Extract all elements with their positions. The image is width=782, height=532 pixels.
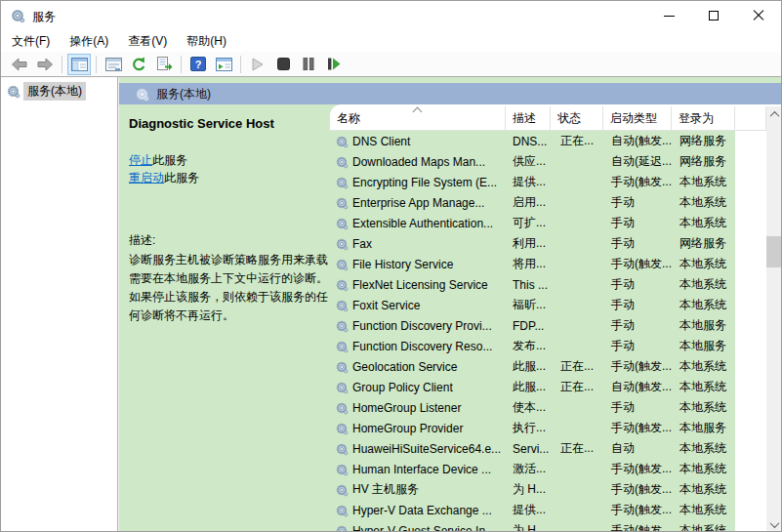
service-row[interactable]: Geolocation Service此服...正在...手动(触发...本地系… — [330, 356, 735, 377]
properties-button[interactable] — [102, 54, 125, 75]
service-name: FlexNet Licensing Service — [352, 278, 488, 292]
properties-icon — [105, 58, 122, 71]
column-header-label: 描述 — [513, 110, 536, 127]
main-pane: 服务(本地) Diagnostic Service Host 停止此服务 重启动… — [119, 77, 782, 532]
service-startup-type: 手动(触发... — [603, 459, 672, 479]
service-row[interactable]: HuaweiHiSuiteService64.e...Servi...正在...… — [330, 438, 735, 459]
service-gear-icon — [335, 319, 349, 333]
service-startup-type: 手动 — [603, 233, 672, 254]
service-logon-as: 本地系统 — [672, 500, 735, 520]
service-startup-type: 手动 — [603, 274, 672, 295]
service-row[interactable]: HomeGroup Listener使本...手动本地系统 — [330, 397, 735, 418]
service-description: 为 H... — [506, 520, 551, 532]
pause-service-button[interactable] — [297, 54, 320, 75]
service-status — [551, 479, 603, 500]
service-description: 启用... — [506, 192, 551, 213]
toolbar-separator — [240, 56, 241, 73]
service-row[interactable]: Hyper-V Guest Service In...为 H...手动(触发..… — [330, 520, 735, 532]
service-status — [551, 295, 603, 315]
chevron-down-icon — [770, 518, 780, 528]
restart-service-button[interactable] — [322, 54, 346, 75]
scrollbar-thumb[interactable] — [766, 236, 782, 267]
services-gear-icon — [6, 84, 21, 99]
service-gear-icon — [335, 463, 349, 476]
service-gear-icon — [335, 217, 349, 230]
service-status — [551, 172, 603, 192]
service-startup-type: 手动 — [603, 336, 672, 356]
scroll-up-button[interactable] — [766, 106, 782, 123]
extended-view: Diagnostic Service Host 停止此服务 重启动此服务 描述:… — [119, 104, 782, 532]
service-row[interactable]: Function Discovery Provi...FDP...手动本地服务 — [330, 315, 735, 336]
column-header-4[interactable]: 登录为 — [672, 106, 735, 130]
service-row[interactable]: FlexNet Licensing ServiceThis ...手动本地系统 — [330, 274, 735, 295]
services-gear-icon — [135, 87, 149, 102]
maximize-button[interactable] — [691, 1, 736, 30]
service-row[interactable]: HomeGroup Provider执行...手动(触发...本地服务 — [330, 418, 735, 438]
service-logon-as: 本地服务 — [672, 315, 735, 336]
service-row[interactable]: Group Policy Client此服...正在...自动(触发...本地系… — [330, 377, 735, 397]
service-status — [551, 274, 603, 295]
service-row[interactable]: Enterprise App Manage...启用...手动本地系统 — [330, 192, 735, 213]
service-description: This ... — [506, 274, 551, 295]
service-description: 使本... — [506, 397, 551, 418]
show-console-tree-button[interactable] — [67, 54, 91, 75]
tree-item-services-local[interactable]: 服务(本地) — [1, 82, 86, 101]
service-row[interactable]: Encrypting File System (E...提供...手动(触发..… — [330, 172, 735, 192]
service-description: 此服... — [506, 356, 551, 377]
service-row[interactable]: Hyper-V Data Exchange ...提供...手动(触发...本地… — [330, 500, 735, 520]
start-service-button[interactable] — [246, 54, 269, 75]
back-button[interactable] — [8, 54, 31, 75]
service-row[interactable]: Fax利用...手动网络服务 — [330, 233, 735, 254]
export-list-button[interactable] — [152, 54, 176, 75]
service-logon-as: 本地系统 — [672, 520, 735, 532]
service-gear-icon — [335, 504, 349, 517]
menu-help[interactable]: 帮助(H) — [178, 30, 235, 53]
stop-service-link[interactable]: 停止 — [129, 153, 152, 167]
minimize-button[interactable] — [646, 1, 691, 30]
vertical-scrollbar[interactable] — [766, 106, 782, 532]
forward-icon — [36, 58, 54, 71]
service-row[interactable]: Extensible Authentication...可扩...手动本地系统 — [330, 213, 735, 233]
service-row[interactable]: Human Interface Device ...激活...手动(触发...本… — [330, 459, 735, 479]
menu-file[interactable]: 文件(F) — [3, 30, 59, 53]
service-row[interactable]: Function Discovery Reso...发布...手动本地服务 — [330, 336, 735, 356]
service-row[interactable]: Foxit Service福昕...手动本地系统 — [330, 295, 735, 315]
toolbar-separator — [96, 56, 97, 73]
service-row[interactable]: File History Service将用...手动(触发...本地系统 — [330, 254, 735, 274]
services-window: 服务 文件(F) 操作(A) 查看(V) 帮助(H) — [0, 0, 782, 532]
service-gear-icon — [335, 176, 349, 189]
service-logon-as: 本地系统 — [672, 459, 735, 479]
column-header-1[interactable]: 描述 — [506, 106, 551, 130]
scroll-down-button[interactable] — [766, 516, 782, 532]
window-title: 服务 — [32, 9, 56, 25]
column-header-2[interactable]: 状态 — [551, 106, 603, 130]
action-pane-button[interactable] — [212, 54, 235, 75]
column-header-3[interactable]: 启动类型 — [603, 106, 672, 130]
list-header: 名称描述状态启动类型登录为 — [330, 106, 766, 131]
restart-service-icon — [327, 58, 341, 70]
service-description: FDP... — [506, 315, 551, 336]
menu-view[interactable]: 查看(V) — [119, 30, 176, 53]
help-button[interactable]: ? — [186, 54, 210, 75]
service-logon-as: 本地服务 — [672, 418, 735, 438]
svg-text:?: ? — [195, 59, 202, 70]
close-button[interactable] — [736, 1, 781, 30]
menu-bar: 文件(F) 操作(A) 查看(V) 帮助(H) — [1, 30, 781, 52]
forward-button[interactable] — [33, 54, 57, 75]
service-logon-as: 网络服务 — [672, 151, 735, 172]
restart-service-link[interactable]: 重启动 — [129, 171, 164, 184]
stop-service-button[interactable] — [271, 54, 295, 75]
service-row[interactable]: HV 主机服务为 H...手动(触发...本地系统 — [330, 479, 735, 500]
refresh-button[interactable] — [127, 54, 150, 75]
service-gear-icon — [335, 196, 349, 210]
service-description: 可扩... — [506, 213, 551, 233]
service-startup-type: 手动 — [603, 397, 672, 418]
service-description: 利用... — [506, 233, 551, 254]
service-row[interactable]: Downloaded Maps Man...供应...自动(延迟...网络服务 — [330, 151, 735, 172]
column-header-0[interactable]: 名称 — [330, 106, 506, 130]
refresh-icon — [131, 57, 146, 72]
service-row[interactable]: DNS ClientDNS...正在...自动(触发...网络服务 — [330, 131, 735, 151]
column-header-label: 状态 — [557, 110, 581, 127]
menu-action[interactable]: 操作(A) — [61, 30, 117, 53]
service-description: 福昕... — [506, 295, 551, 315]
